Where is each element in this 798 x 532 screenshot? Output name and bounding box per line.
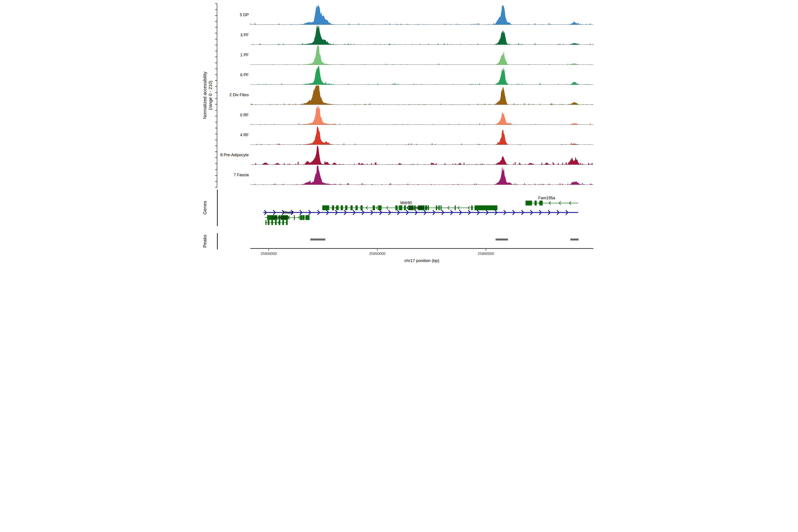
- x-axis-title: chr17 position (bp): [404, 258, 439, 263]
- signal-track-8-pre-adipocyte: [250, 146, 593, 165]
- signal-track-6-pf: [250, 65, 593, 85]
- exon-wdr90: [404, 206, 406, 210]
- signal-track-4-rf: [250, 126, 593, 145]
- exon-wdr90: [395, 206, 397, 210]
- exon-gm20683-t2: [268, 220, 269, 225]
- exon-wdr90: [332, 206, 334, 210]
- x-tick-label-25850000: 25850000: [369, 252, 385, 255]
- y-axis-label-line1: Normalized accessibility: [202, 72, 207, 119]
- exon-gm20683-t2: [275, 220, 277, 225]
- signal-track-2-div-fibro: [250, 86, 593, 104]
- gene-label-rhot2: Rhot2: [283, 210, 293, 215]
- exon-gm20683-t2: [271, 220, 273, 225]
- gene-label-fam195a: Fam195a: [538, 196, 555, 200]
- accessibility-tracks-plot: 5 DP3 PF1 PF6 PF2 Div Fibro0 RF4 RF8 Pre…: [200, 0, 598, 266]
- peak-region-bar: [310, 239, 325, 241]
- peaks-section-label: Peaks: [202, 235, 207, 248]
- exon-wdr90: [356, 206, 358, 210]
- peak-region-bar: [570, 239, 578, 241]
- track-label-8-pre-adipocyte: 8 Pre-Adipocyte: [220, 153, 249, 157]
- exon-wdr90: [378, 206, 381, 210]
- exon-gm20683: [300, 215, 302, 220]
- x-tick-label-25860000: 25860000: [478, 252, 494, 255]
- peak-region-bar: [496, 239, 508, 241]
- genome-browser-figure: 5 DP3 PF1 PF6 PF2 Div Fibro0 RF4 RF8 Pre…: [200, 0, 598, 266]
- y-axis-label-line2: (range 0 - 210): [208, 81, 213, 110]
- exon-gm20683-t2: [282, 220, 284, 225]
- exon-wdr90: [322, 206, 329, 210]
- track-label-7-fascia: 7 Fascia: [234, 173, 249, 177]
- exon-wdr90: [350, 206, 353, 210]
- exon-gm20683: [303, 215, 305, 220]
- track-label-0-rf: 0 RF: [240, 113, 249, 117]
- exon-wdr90: [439, 206, 440, 210]
- exon-fam195a: [539, 201, 543, 206]
- track-label-3-pf: 3 PF: [240, 33, 249, 37]
- exon-wdr90: [373, 206, 375, 210]
- signal-track-5-dp: [250, 5, 593, 25]
- signal-track-1-pf: [250, 46, 593, 65]
- signal-track-0-rf: [250, 106, 593, 125]
- exon-wdr90: [345, 206, 347, 210]
- exon-wdr90: [360, 206, 363, 210]
- exon-gm20683: [305, 215, 310, 220]
- track-label-2-div-fibro: 2 Div Fibro: [229, 93, 249, 97]
- track-label-5-dp: 5 DP: [240, 13, 249, 17]
- track-label-6-pf: 6 PF: [240, 73, 249, 77]
- exon-wdr90: [436, 206, 437, 210]
- exon-fam195a: [534, 201, 537, 206]
- gene-label-wdr90: Wdr90: [400, 201, 412, 205]
- exon-wdr90: [471, 206, 473, 210]
- exon-wdr90: [425, 206, 427, 210]
- exon-gm20683: [294, 215, 295, 220]
- exon-wdr90: [428, 206, 429, 210]
- signal-track-3-pf: [250, 25, 593, 44]
- genes-section-label: Genes: [202, 201, 207, 214]
- exon-fam195a: [526, 201, 532, 206]
- exon-wdr90: [336, 206, 339, 210]
- exon-wdr90: [475, 206, 497, 210]
- track-label-4-rf: 4 RF: [240, 133, 249, 137]
- x-tick-label-25840000: 25840000: [261, 252, 277, 255]
- exon-gm20683-t2: [286, 220, 287, 225]
- gene-label-gm26694: Gm26694: [407, 206, 425, 210]
- track-label-1-pf: 1 PF: [240, 53, 249, 57]
- exon-gm20683-t2: [279, 220, 280, 225]
- exon-wdr90: [455, 206, 456, 210]
- exon-wdr90: [440, 206, 441, 210]
- signal-track-7-fascia: [250, 166, 593, 185]
- exon-gm20683-t2: [266, 220, 266, 225]
- gene-label-gm20683: Gm20683: [271, 215, 289, 220]
- exon-wdr90: [399, 206, 402, 210]
- exon-wdr90: [341, 206, 343, 210]
